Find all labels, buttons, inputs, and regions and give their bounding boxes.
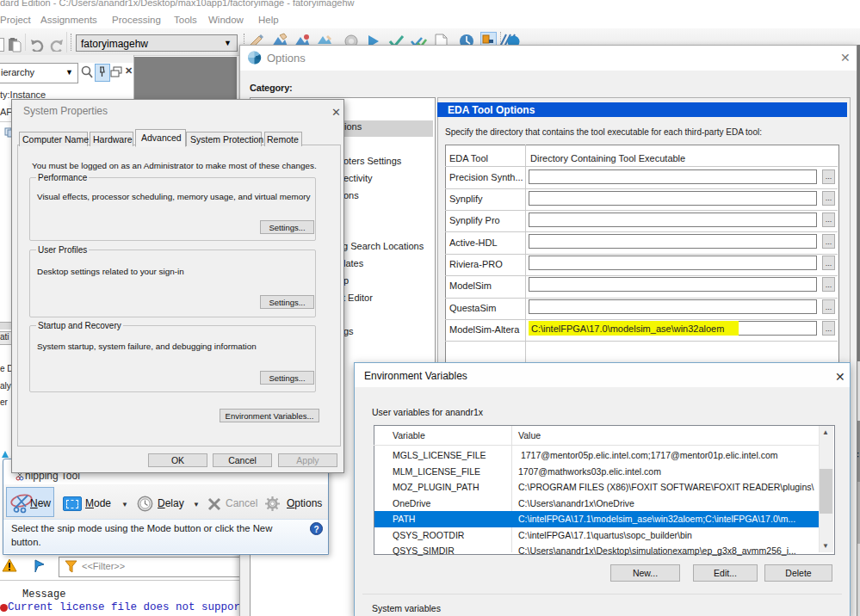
svg-text:?: ? bbox=[313, 525, 319, 534]
